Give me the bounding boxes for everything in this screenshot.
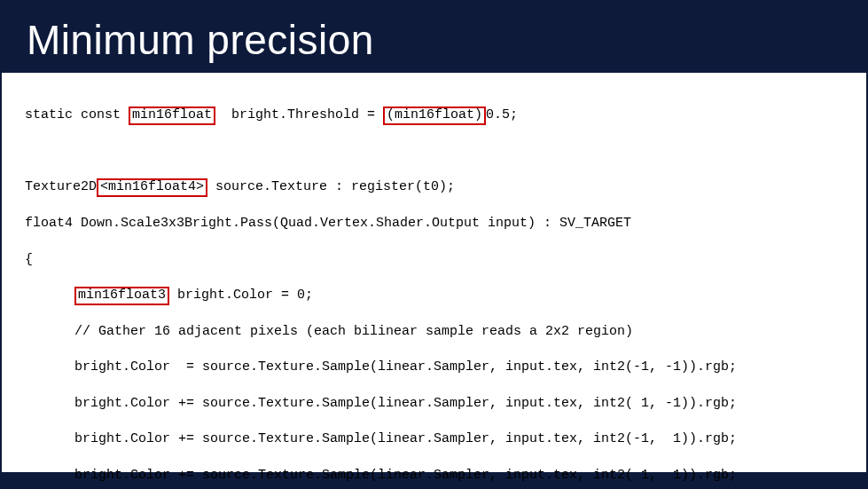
code-line: // Gather 16 adjacent pixels (each bilin… [25, 323, 843, 341]
code-line: bright.Color += source.Texture.Sample(li… [25, 395, 843, 413]
code-line: bright.Color = source.Texture.Sample(lin… [25, 359, 843, 376]
slide-title: Minimum precision [0, 0, 868, 73]
code-text: static const [25, 107, 129, 122]
code-panel: static const min16float bright.Threshold… [2, 73, 866, 472]
code-line [25, 143, 843, 161]
code-block: static const min16float bright.Threshold… [25, 89, 843, 489]
code-line: float4 Down.Scale3x3Bright.Pass(Quad.Ver… [25, 215, 843, 233]
code-line: min16float3 bright.Color = 0; [25, 287, 843, 305]
highlight-box: <min16float4> [97, 178, 207, 197]
highlight-box: min16float3 [74, 287, 169, 305]
code-line: bright.Color += source.Texture.Sample(li… [25, 467, 843, 485]
code-text: 0.5; [486, 107, 518, 122]
highlight-box: min16float [129, 106, 215, 125]
code-line: { [25, 251, 843, 269]
code-line: Texture2D<min16float4> source.Texture : … [25, 178, 843, 197]
code-line: bright.Color += source.Texture.Sample(li… [25, 430, 843, 448]
code-text: bright.Threshold = [215, 107, 383, 122]
code-text: source.Texture : register(t0); [207, 179, 455, 194]
highlight-box: (min16float) [383, 106, 486, 125]
code-text: bright.Color = 0; [169, 288, 313, 303]
code-line: static const min16float bright.Threshold… [25, 106, 843, 125]
slide: Minimum precision static const min16floa… [0, 0, 868, 489]
code-text: Texture2D [25, 179, 97, 194]
